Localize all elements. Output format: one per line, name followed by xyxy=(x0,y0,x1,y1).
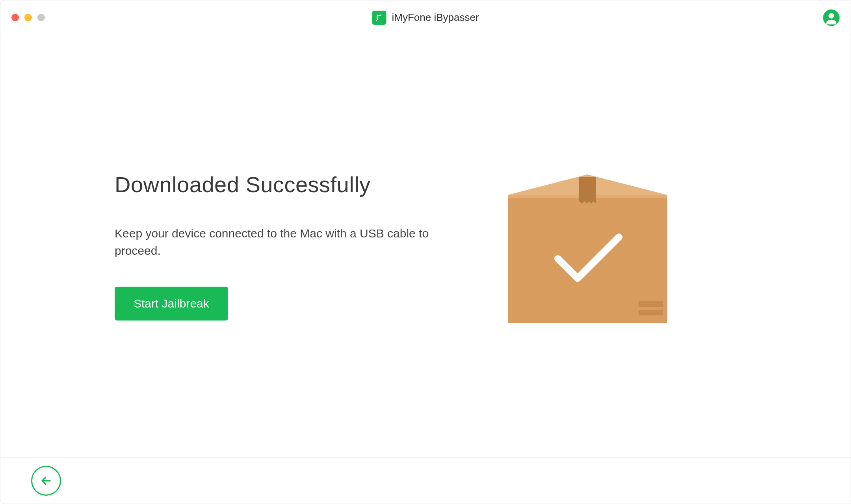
text-section: Downloaded Successfully Keep your device… xyxy=(115,172,461,321)
svg-point-1 xyxy=(829,13,834,19)
back-button[interactable] xyxy=(31,466,61,496)
app-title: iMyFone iBypasser xyxy=(392,11,479,24)
app-logo-icon xyxy=(372,11,386,25)
account-icon[interactable] xyxy=(823,9,840,26)
close-window-button[interactable] xyxy=(11,14,19,21)
minimize-window-button[interactable] xyxy=(24,14,32,21)
maximize-window-button[interactable] xyxy=(37,14,45,21)
page-heading: Downloaded Successfully xyxy=(115,172,461,197)
page-description: Keep your device connected to the Mac wi… xyxy=(115,225,461,259)
arrow-left-icon xyxy=(39,474,53,487)
footer xyxy=(0,457,851,504)
package-box-icon xyxy=(501,167,674,325)
svg-rect-8 xyxy=(639,310,663,315)
main-content: Downloaded Successfully Keep your device… xyxy=(0,35,851,457)
titlebar: iMyFone iBypasser xyxy=(0,0,851,35)
svg-rect-7 xyxy=(639,301,663,307)
title-center: iMyFone iBypasser xyxy=(372,11,479,25)
app-window: iMyFone iBypasser Downloaded Successfull… xyxy=(0,0,851,504)
traffic-lights xyxy=(11,14,45,21)
package-illustration xyxy=(501,167,674,325)
start-jailbreak-button[interactable]: Start Jailbreak xyxy=(115,287,228,321)
